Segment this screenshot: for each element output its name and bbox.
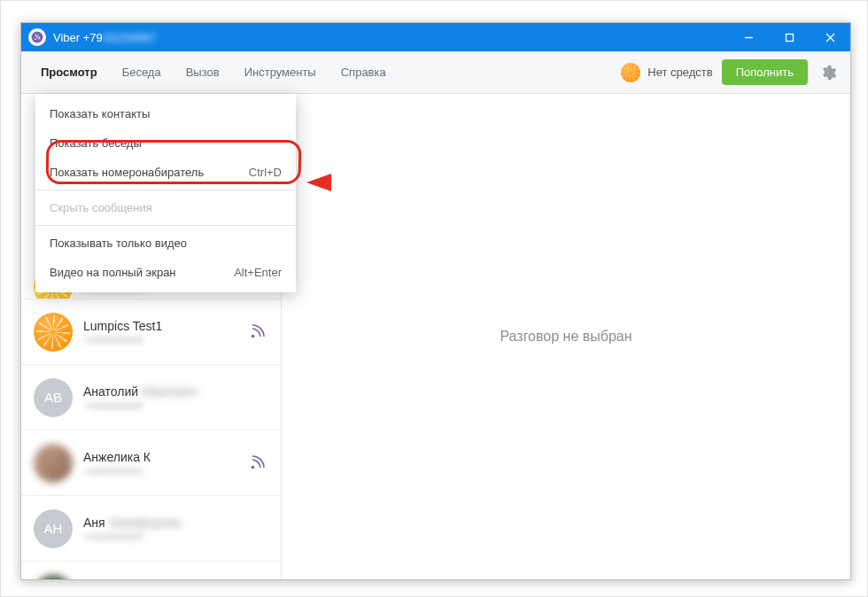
- contact-info: АнатолийИванович+0000000000: [83, 384, 268, 411]
- contact-row[interactable]: Анжелика К+0000000000: [21, 430, 281, 496]
- conversation-area: Разговор не выбран: [282, 94, 850, 579]
- view-dropdown: Показать контактыПоказать беседыПоказать…: [35, 94, 296, 292]
- dropdown-separator: [35, 225, 296, 226]
- orange-icon: [621, 63, 640, 82]
- contact-name: АнатолийИванович: [83, 384, 268, 399]
- contact-name: Анжелика К: [83, 450, 235, 464]
- avatar: АН: [34, 509, 73, 548]
- contact-row[interactable]: АНАняНикифорова+0000000000: [21, 496, 281, 562]
- svg-point-1: [35, 38, 36, 40]
- viber-icon: [245, 452, 268, 475]
- app-icon: [28, 28, 46, 46]
- contact-info: АняНикифорова+0000000000: [83, 516, 268, 542]
- contact-sub: +0000000000: [83, 531, 268, 542]
- avatar: [34, 444, 73, 483]
- svg-point-7: [252, 334, 255, 337]
- dropdown-item-shortcut: Ctrl+D: [249, 166, 282, 179]
- contact-name: АняНикифорова: [83, 516, 268, 530]
- dropdown-item-label: Показать номеронабиратель: [50, 166, 204, 179]
- menu-chat[interactable]: Беседа: [110, 51, 174, 94]
- menubar: Просмотр Беседа Вызов Инструменты Справк…: [21, 51, 850, 94]
- svg-rect-3: [786, 34, 793, 41]
- empty-conversation-text: Разговор не выбран: [500, 329, 632, 345]
- contact-sub: +0000000000: [83, 400, 268, 411]
- dropdown-item[interactable]: Видео на полный экранAlt+Enter: [35, 258, 296, 287]
- window-title-blur: 01234567: [105, 31, 156, 44]
- avatar: АВ: [34, 378, 73, 417]
- svg-point-8: [252, 465, 255, 469]
- dropdown-item-label: Показывать только видео: [50, 236, 187, 250]
- topup-button[interactable]: Пополнить: [722, 59, 808, 85]
- settings-button[interactable]: [813, 58, 843, 88]
- titlebar: Viber +79 01234567: [21, 23, 850, 51]
- app-window: Viber +79 01234567 Просмотр Беседа Вызов…: [20, 22, 851, 580]
- dropdown-item: Скрыть сообщения: [35, 193, 296, 222]
- dropdown-item-label: Скрыть сообщения: [50, 201, 152, 214]
- contact-sub: +0000000000: [83, 335, 235, 345]
- dropdown-item-label: Показать беседы: [50, 136, 142, 150]
- menu-tools[interactable]: Инструменты: [232, 51, 329, 94]
- contact-info: Lumpics Test1+0000000000: [83, 319, 235, 345]
- contact-row[interactable]: Вадим С+0000000000: [21, 562, 281, 579]
- avatar: [34, 575, 73, 580]
- dropdown-item[interactable]: Показать контакты: [35, 99, 296, 128]
- contact-info: Анжелика К+0000000000: [83, 450, 235, 477]
- close-button[interactable]: [810, 23, 850, 51]
- dropdown-item[interactable]: Показывать только видео: [35, 229, 296, 258]
- menu-view[interactable]: Просмотр: [28, 51, 110, 94]
- balance-text: Нет средств: [647, 66, 712, 79]
- contact-name: Lumpics Test1: [83, 319, 235, 333]
- menu-call[interactable]: Вызов: [174, 51, 232, 94]
- menu-help[interactable]: Справка: [329, 51, 399, 94]
- gear-icon: [819, 64, 837, 81]
- contact-row[interactable]: Lumpics Test1+0000000000: [21, 299, 281, 365]
- dropdown-item[interactable]: Показать беседы: [35, 128, 296, 158]
- contact-sub: +0000000000: [83, 466, 235, 477]
- dropdown-item-label: Показать контакты: [50, 107, 150, 120]
- dropdown-separator: [35, 190, 296, 190]
- dropdown-item[interactable]: Показать номеронабирательCtrl+D: [35, 158, 296, 187]
- avatar: [34, 313, 73, 352]
- minimize-button[interactable]: [728, 23, 769, 51]
- maximize-button[interactable]: [769, 23, 810, 51]
- dropdown-item-shortcut: Alt+Enter: [234, 266, 282, 279]
- contact-row[interactable]: АВАнатолийИванович+0000000000: [21, 365, 281, 430]
- balance-indicator[interactable]: Нет средств: [621, 63, 712, 82]
- window-title: Viber +79: [53, 31, 103, 44]
- viber-icon: [245, 321, 268, 344]
- dropdown-item-label: Видео на полный экран: [50, 266, 176, 279]
